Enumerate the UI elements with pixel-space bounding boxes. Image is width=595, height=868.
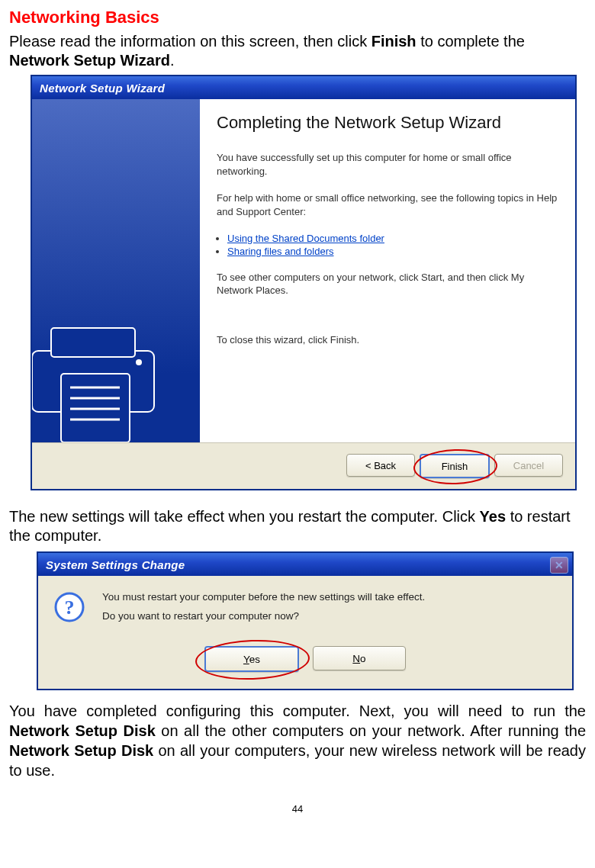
dialog-text: You must restart your computer before th… — [102, 591, 425, 629]
intro-bold-finish: Finish — [371, 33, 416, 50]
help-link-sharing-files[interactable]: Sharing files and folders — [227, 246, 333, 257]
yes-button[interactable]: Yes — [204, 646, 299, 672]
dialog-line: You must restart your computer before th… — [102, 591, 425, 603]
page-number: 44 — [9, 803, 586, 815]
no-button[interactable]: No — [313, 646, 406, 670]
bold-yes: Yes — [480, 508, 506, 525]
intro-paragraph: Please read the information on this scre… — [9, 32, 586, 70]
wizard-body: Completing the Network Setup Wizard You … — [32, 99, 575, 442]
wizard-paragraph: To see other computers on your network, … — [217, 271, 558, 297]
text: You have completed configuring this comp… — [9, 702, 586, 719]
button-label: Finish — [442, 461, 468, 472]
intro-text: to complete the — [416, 33, 525, 50]
restart-paragraph: The new settings will take effect when y… — [9, 507, 586, 545]
text: on all the other computers on your netwo… — [156, 722, 586, 739]
wizard-heading: Completing the Network Setup Wizard — [217, 113, 558, 133]
svg-rect-1 — [51, 328, 135, 357]
list-item: Sharing files and folders — [227, 246, 558, 257]
dialog-body: ? You must restart your computer before … — [38, 576, 572, 646]
back-button[interactable]: < Back — [346, 454, 415, 477]
button-label: es — [249, 654, 260, 665]
intro-bold-wizard: Network Setup Wizard — [9, 52, 170, 69]
dialog-line: Do you want to restart your computer now… — [102, 610, 425, 622]
dialog-titlebar: System Settings Change ✕ — [38, 553, 572, 576]
intro-text: Please read the information on this scre… — [9, 33, 371, 50]
text: The new settings will take effect when y… — [9, 508, 480, 525]
printer-icon — [32, 297, 185, 442]
wizard-close-text: To close this wizard, click Finish. — [217, 334, 558, 346]
completion-paragraph: You have completed configuring this comp… — [9, 701, 586, 780]
wizard-title: Network Setup Wizard — [40, 82, 165, 95]
wizard-sidebar-image — [32, 99, 200, 442]
wizard-titlebar: Network Setup Wizard — [32, 76, 575, 99]
button-label: o — [360, 653, 366, 664]
cancel-button: Cancel — [494, 454, 563, 477]
svg-text:?: ? — [65, 596, 75, 619]
wizard-link-list: Using the Shared Documents folder Sharin… — [217, 233, 558, 257]
bold-nsd: Network Setup Disk — [9, 742, 153, 759]
list-item: Using the Shared Documents folder — [227, 233, 558, 244]
system-settings-dialog: System Settings Change ✕ ? You must rest… — [37, 551, 574, 690]
mnemonic: N — [352, 653, 360, 664]
section-title: Networking Basics — [9, 8, 586, 27]
wizard-window: Network Setup Wizard Completing the Netw… — [31, 75, 577, 490]
svg-point-7 — [136, 359, 142, 365]
wizard-paragraph: For help with home or small office netwo… — [217, 191, 558, 218]
wizard-paragraph: You have successfully set up this comput… — [217, 151, 558, 178]
close-icon[interactable]: ✕ — [550, 557, 568, 574]
question-icon: ? — [53, 591, 85, 623]
mnemonic: Y — [243, 654, 249, 665]
finish-button[interactable]: Finish — [420, 454, 490, 478]
help-link-shared-docs[interactable]: Using the Shared Documents folder — [227, 233, 384, 244]
bold-nsd: Network Setup Disk — [9, 722, 156, 739]
dialog-title: System Settings Change — [46, 558, 185, 571]
intro-text: . — [170, 52, 175, 69]
wizard-content: Completing the Network Setup Wizard You … — [200, 99, 575, 442]
dialog-button-row: Yes No — [38, 646, 572, 689]
wizard-footer: < Back Finish Cancel — [32, 442, 575, 489]
